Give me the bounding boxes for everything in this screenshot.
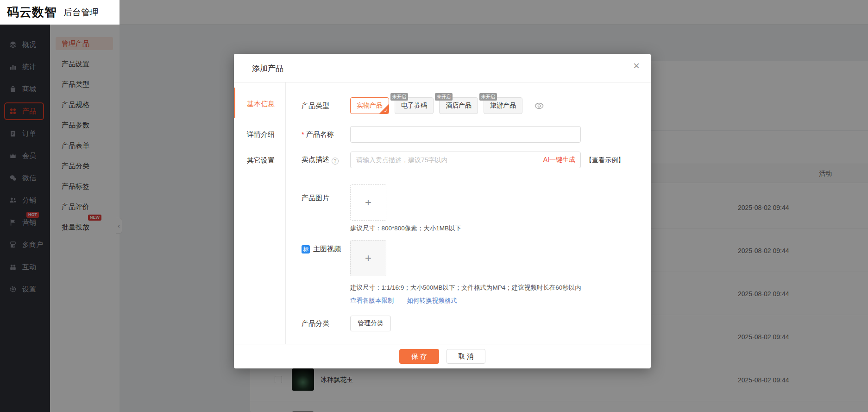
version-limits-link[interactable]: 查看各版本限制 <box>350 297 394 305</box>
type-option-travel[interactable]: 未开启 旅游产品 <box>484 97 522 114</box>
product-category-label: 产品分类 <box>302 319 350 328</box>
disabled-tag: 未开启 <box>390 93 408 101</box>
product-type-label: 产品类型 <box>302 101 350 110</box>
image-upload-box[interactable]: + <box>350 184 386 221</box>
modal-tab-rail: 基本信息 详情介绍 其它设置 <box>234 82 286 344</box>
product-name-row: *产品名称 <box>302 126 634 143</box>
plus-icon: + <box>365 196 371 209</box>
brand-block: 码云数智 后台管理 <box>0 0 120 25</box>
required-asterisk: * <box>302 130 304 138</box>
modal-header: 添加产品 × <box>234 54 651 82</box>
modal-tab-detail-intro[interactable]: 详情介绍 <box>247 130 275 139</box>
type-option-ecoupon[interactable]: 未开启 电子券码 <box>395 97 434 114</box>
product-category-row: 产品分类 管理分类 <box>302 316 634 331</box>
image-size-hint: 建议尺寸：800*800像素；大小1MB以下 <box>350 224 461 233</box>
product-image-row: 产品图片 + 建议尺寸：800*800像素；大小1MB以下 <box>302 184 634 233</box>
type-option-hotel[interactable]: 未开启 酒店产品 <box>439 97 478 114</box>
modal-footer: 保 存 取 消 <box>234 344 651 368</box>
save-button[interactable]: 保 存 <box>399 349 439 364</box>
disabled-tag: 未开启 <box>479 93 497 101</box>
close-icon[interactable]: × <box>633 60 640 71</box>
type-option-physical[interactable]: 实物产品 ✓ <box>350 97 389 114</box>
plus-icon: + <box>365 252 371 265</box>
add-product-modal: 添加产品 × 基本信息 详情介绍 其它设置 产品类型 实物产品 ✓ 未开启 电子… <box>234 54 651 368</box>
cancel-button[interactable]: 取 消 <box>447 349 485 364</box>
modal-title: 添加产品 <box>252 63 283 74</box>
eye-icon[interactable] <box>535 102 544 109</box>
label-badge-icon: 标 <box>302 245 310 254</box>
product-name-input[interactable] <box>350 126 581 143</box>
disabled-tag: 未开启 <box>435 93 453 101</box>
check-icon: ✓ <box>384 108 388 114</box>
video-size-hint: 建议尺寸：1:1/16:9；大小500MB以下；文件格式为MP4；建议视频时长在… <box>350 284 581 292</box>
product-name-label: *产品名称 <box>302 130 350 139</box>
product-type-row: 产品类型 实物产品 ✓ 未开启 电子券码 未开启 酒店产品 未开启 旅游产品 <box>302 97 634 114</box>
selling-point-row: 卖点描述? AI一键生成 【查看示例】 <box>302 152 634 168</box>
view-example-link[interactable]: 【查看示例】 <box>585 152 624 168</box>
selling-point-label: 卖点描述? <box>302 155 350 165</box>
ai-generate-link[interactable]: AI一键生成 <box>543 156 575 164</box>
main-video-row: 标主图视频 + 建议尺寸：1:1/16:9；大小500MB以下；文件格式为MP4… <box>302 240 634 305</box>
brand-suffix: 后台管理 <box>63 6 99 19</box>
manage-category-button[interactable]: 管理分类 <box>350 316 391 331</box>
modal-tab-basic-info[interactable]: 基本信息 <box>247 100 275 108</box>
active-tab-indicator <box>234 88 235 118</box>
video-upload-box[interactable]: + <box>350 240 386 276</box>
app: 概况 统计 商城 产品 订单 会员 微信 分销 <box>0 0 868 412</box>
brand-logo: 码云数智 <box>7 4 57 20</box>
help-icon[interactable]: ? <box>332 158 339 165</box>
modal-tab-other-settings[interactable]: 其它设置 <box>247 156 275 165</box>
convert-format-link[interactable]: 如何转换视频格式 <box>407 297 457 305</box>
main-video-label: 标主图视频 <box>302 240 350 305</box>
product-image-label: 产品图片 <box>302 184 350 233</box>
